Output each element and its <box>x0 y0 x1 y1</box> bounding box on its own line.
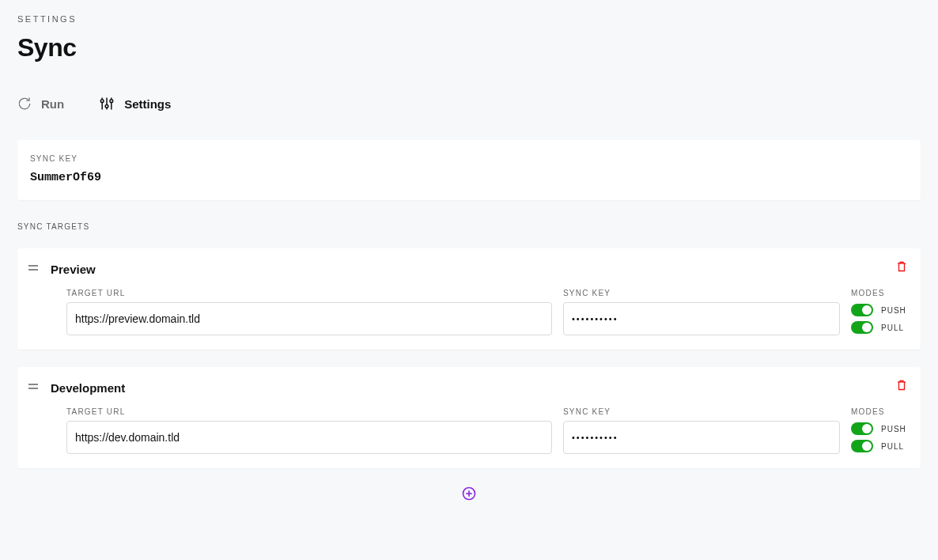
page-eyebrow: SETTINGS <box>17 14 921 24</box>
add-target-button[interactable] <box>461 486 477 501</box>
sync-target-title: Preview <box>51 263 96 276</box>
svg-point-1 <box>101 100 104 103</box>
delete-target-button[interactable] <box>897 380 906 394</box>
target-url-label: TARGET URL <box>66 289 552 297</box>
sync-key-label: SYNC KEY <box>30 154 908 163</box>
run-icon <box>17 96 32 111</box>
modes-label: MODES <box>851 407 930 416</box>
tabs: Run Settings <box>17 96 921 112</box>
push-label: PUSH <box>881 425 906 433</box>
modes-label: MODES <box>851 289 930 297</box>
pull-toggle[interactable] <box>851 321 873 334</box>
tab-run-label: Run <box>41 97 64 111</box>
sync-target-card: Development TARGET URL SYNC KEY MODES <box>17 367 921 468</box>
push-toggle[interactable] <box>851 422 873 435</box>
delete-target-button[interactable] <box>897 261 906 275</box>
pull-label: PULL <box>881 442 904 451</box>
target-key-label: SYNC KEY <box>563 289 840 297</box>
tab-run[interactable]: Run <box>17 96 64 111</box>
target-url-label: TARGET URL <box>66 407 552 416</box>
target-url-input[interactable] <box>66 302 552 335</box>
pull-label: PULL <box>881 324 904 332</box>
sliders-icon <box>99 96 115 112</box>
svg-point-3 <box>105 105 108 108</box>
tab-settings-label: Settings <box>124 97 171 111</box>
target-url-input[interactable] <box>66 421 552 454</box>
drag-handle-icon[interactable] <box>28 261 38 275</box>
sync-targets-label: SYNC TARGETS <box>17 222 921 231</box>
target-key-label: SYNC KEY <box>563 407 840 416</box>
page-title: Sync <box>17 33 921 62</box>
push-label: PUSH <box>881 306 906 315</box>
tab-settings[interactable]: Settings <box>99 96 171 112</box>
push-toggle[interactable] <box>851 304 873 316</box>
sync-target-title: Development <box>51 381 125 395</box>
target-key-input[interactable] <box>563 302 840 335</box>
drag-handle-icon[interactable] <box>28 380 38 394</box>
pull-toggle[interactable] <box>851 440 873 452</box>
sync-key-card: SYNC KEY SummerOf69 <box>17 140 921 200</box>
svg-point-5 <box>110 100 113 103</box>
sync-key-value: SummerOf69 <box>30 171 908 184</box>
target-key-input[interactable] <box>563 421 840 454</box>
sync-target-card: Preview TARGET URL SYNC KEY MODES P <box>17 248 921 350</box>
